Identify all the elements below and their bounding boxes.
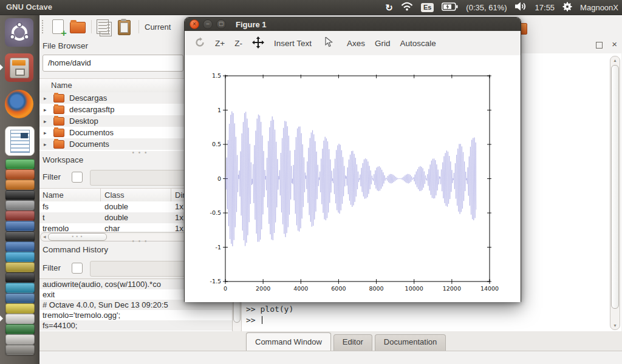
scroll-thumb[interactable] — [611, 65, 619, 309]
session-gear-icon[interactable] — [562, 2, 572, 13]
wifi-icon[interactable] — [401, 2, 413, 13]
app-tile[interactable] — [5, 221, 35, 231]
app-tile[interactable] — [5, 303, 35, 314]
plot-frame — [225, 76, 490, 281]
folder-name: Documents — [69, 140, 109, 149]
launcher — [0, 15, 39, 364]
figure-window[interactable]: × – ▢ Figure 1 Z+ Z- Insert Text Axes Gr… — [184, 17, 521, 302]
scroll-down-icon[interactable]: ▾ — [610, 323, 620, 328]
column-header[interactable]: Class — [101, 189, 171, 202]
axes-button[interactable]: Axes — [347, 39, 365, 48]
panel-app-title: GNU Octave — [6, 2, 52, 12]
close-button[interactable]: × — [190, 19, 199, 29]
command-line: >> — [246, 315, 293, 326]
keyboard-layout-indicator[interactable]: Es — [421, 3, 434, 12]
files-app-button[interactable] — [5, 53, 33, 82]
tick-label: 6000 — [331, 285, 346, 292]
paste-button[interactable] — [117, 19, 132, 35]
command-window-vscrollbar[interactable]: ▴ ▾ — [610, 56, 620, 330]
undock-icon[interactable] — [596, 42, 603, 49]
zoom-out-button[interactable]: Z- — [234, 39, 242, 48]
app-tile[interactable] — [5, 262, 35, 272]
folder-name: Desktop — [69, 116, 98, 126]
history-item[interactable]: fs=44100; — [39, 320, 232, 331]
app-tile[interactable] — [5, 283, 35, 293]
app-tile[interactable] — [5, 324, 35, 334]
app-tile[interactable] — [5, 231, 35, 241]
tick-label: -1 — [216, 244, 221, 251]
open-file-button[interactable] — [69, 19, 85, 35]
command-history-title: Command History — [43, 245, 108, 254]
app-tile[interactable] — [5, 159, 35, 169]
app-tile[interactable] — [5, 345, 35, 355]
libreoffice-writer-button[interactable] — [5, 126, 35, 156]
app-tile[interactable] — [5, 190, 35, 200]
app-tile[interactable] — [5, 241, 35, 252]
app-tile[interactable] — [5, 314, 35, 324]
expand-arrow-icon[interactable]: ▸ — [44, 141, 50, 147]
pointer-icon[interactable] — [325, 37, 333, 49]
firefox-button[interactable] — [5, 90, 33, 118]
clock[interactable]: 17:55 — [535, 3, 555, 12]
figure-canvas[interactable]: 02000400060008000100001200014000-1.5-1-0… — [185, 55, 521, 302]
grid-button[interactable]: Grid — [375, 39, 391, 48]
autoscale-button[interactable]: Autoscale — [400, 39, 436, 48]
maximize-button[interactable]: ▢ — [216, 19, 226, 29]
scroll-up-icon[interactable]: ▴ — [610, 58, 620, 63]
app-tile[interactable] — [5, 169, 35, 180]
plot-svg[interactable]: 02000400060008000100001200014000-1.5-1-0… — [185, 55, 521, 302]
volume-icon[interactable] — [515, 2, 527, 13]
folder-name: descargasftp — [69, 105, 114, 114]
tick-label: 0 — [217, 175, 221, 182]
status-bar — [39, 351, 622, 364]
figure-titlebar[interactable]: × – ▢ Figure 1 — [185, 18, 521, 31]
tick-label: 1 — [217, 107, 221, 113]
expand-arrow-icon[interactable]: ▸ — [44, 118, 50, 124]
file-cabinet-icon — [10, 58, 29, 78]
desktop: + Current File Browser /home/david Name … — [0, 0, 622, 364]
app-tile[interactable] — [5, 272, 35, 283]
new-file-button[interactable]: + — [50, 19, 66, 35]
expand-arrow-icon[interactable]: ▸ — [44, 107, 50, 113]
tick-label: 2000 — [256, 285, 270, 292]
dock-close-icon[interactable]: × — [612, 39, 617, 49]
tick-label: 0 — [224, 285, 227, 292]
app-tile[interactable] — [5, 293, 35, 303]
tab-editor[interactable]: Editor — [333, 334, 372, 351]
waveform-series — [225, 112, 476, 246]
user-menu[interactable]: MagnoonX — [580, 3, 618, 12]
app-tile[interactable] — [5, 211, 35, 221]
history-item[interactable]: tremolo='tremolo.ogg'; — [39, 310, 232, 320]
scroll-left-icon[interactable]: ◂ — [43, 234, 46, 240]
folder-icon — [53, 140, 64, 149]
path-input[interactable]: /home/david — [43, 55, 183, 72]
tick-label: 10000 — [405, 285, 423, 292]
rotate-icon[interactable] — [194, 37, 205, 50]
sync-icon[interactable]: ↻ — [385, 3, 393, 12]
workspace-filter-label: Filter — [43, 172, 61, 181]
expand-arrow-icon[interactable]: ▸ — [44, 95, 50, 101]
app-tile[interactable] — [5, 200, 35, 211]
pan-icon[interactable] — [252, 36, 264, 50]
tab-documentation[interactable]: Documentation — [375, 334, 446, 351]
history-filter-checkbox[interactable] — [72, 263, 83, 274]
tick-label: -1.5 — [210, 278, 221, 285]
tab-command-window[interactable]: Command Window — [246, 332, 331, 351]
copy-icon-back — [97, 19, 109, 34]
minimize-button[interactable]: – — [203, 19, 213, 29]
battery-status[interactable]: (0:35, 61%) — [466, 3, 507, 12]
zoom-in-button[interactable]: Z+ — [215, 39, 225, 48]
insert-text-button[interactable]: Insert Text — [274, 39, 312, 48]
app-tile[interactable] — [5, 180, 35, 190]
workspace-filter-checkbox[interactable] — [72, 172, 83, 183]
expand-arrow-icon[interactable]: ▸ — [44, 130, 50, 136]
toolbar-drag-handle[interactable] — [42, 20, 45, 33]
column-header[interactable]: Name — [39, 189, 101, 202]
paste-icon — [118, 20, 131, 35]
app-tile[interactable] — [5, 252, 35, 262]
ubuntu-logo-icon — [9, 22, 30, 43]
dash-button[interactable] — [5, 18, 33, 47]
battery-icon[interactable] — [442, 2, 458, 13]
app-tile[interactable] — [5, 334, 35, 345]
copy-button[interactable] — [96, 19, 112, 35]
